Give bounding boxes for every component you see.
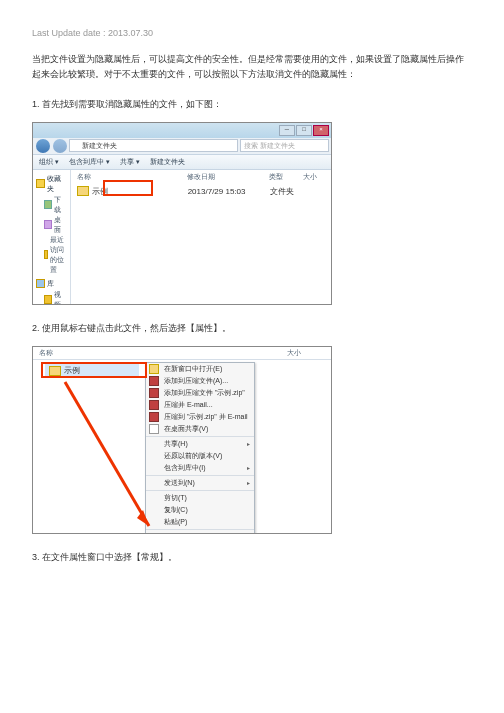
close-button[interactable]: × bbox=[313, 125, 329, 136]
star-icon bbox=[36, 179, 45, 188]
step-2-label: 2. 使用鼠标右键点击此文件，然后选择【属性】。 bbox=[32, 321, 472, 336]
sidebar-item-videos[interactable]: 视频 bbox=[36, 290, 67, 305]
minimize-button[interactable]: ─ bbox=[279, 125, 295, 136]
step-3-label: 3. 在文件属性窗口中选择【常规】。 bbox=[32, 550, 472, 565]
menu-sync-share[interactable]: 在桌面共享(V) bbox=[146, 423, 254, 435]
menu-copy[interactable]: 复制(C) bbox=[146, 504, 254, 516]
menu-email-zip[interactable]: 压缩并 E-mail... bbox=[146, 399, 254, 411]
step-1-label: 1. 首先找到需要取消隐藏属性的文件，如下图： bbox=[32, 97, 472, 112]
sidebar-item-downloads[interactable]: 下载 bbox=[36, 195, 67, 215]
screenshot-context-menu: 名称 大小 示例 在新窗口中打开(E) 添加到压缩文件(A)... 添加到压 bbox=[32, 346, 332, 534]
menu-share[interactable]: 共享(H) bbox=[146, 438, 254, 450]
context-left-pane: 示例 bbox=[33, 360, 145, 534]
document-page: Last Update date : 2013.07.30 当把文件设置为隐藏属… bbox=[0, 0, 504, 713]
update-date: Last Update date : 2013.07.30 bbox=[32, 28, 472, 38]
address-bar-row: 新建文件夹 搜索 新建文件夹 bbox=[33, 138, 331, 155]
menu-create-shortcut[interactable]: 创建快捷方式(S) bbox=[146, 531, 254, 534]
menu-restore-prev[interactable]: 还原以前的版本(V) bbox=[146, 450, 254, 462]
context-menu: 在新窗口中打开(E) 添加到压缩文件(A)... 添加到压缩文件 "示例.zip… bbox=[145, 362, 255, 534]
zip-icon bbox=[149, 400, 159, 410]
share-icon bbox=[149, 424, 159, 434]
highlight-rectangle bbox=[103, 180, 153, 196]
zip-icon bbox=[149, 412, 159, 422]
search-input[interactable]: 搜索 新建文件夹 bbox=[240, 139, 329, 152]
zip-icon bbox=[149, 388, 159, 398]
menu-cut[interactable]: 剪切(T) bbox=[146, 492, 254, 504]
window-titlebar: ─ □ × bbox=[33, 123, 331, 138]
video-icon bbox=[44, 295, 52, 304]
col-size[interactable]: 大小 bbox=[303, 172, 327, 182]
folder-icon bbox=[149, 364, 159, 374]
col-date[interactable]: 修改日期 bbox=[187, 172, 269, 182]
recent-icon bbox=[44, 250, 48, 259]
screenshot-explorer: ─ □ × 新建文件夹 搜索 新建文件夹 组织 ▾ 包含到库中 ▾ 共享 ▾ 新… bbox=[32, 122, 332, 305]
toolbar-include-lib[interactable]: 包含到库中 ▾ bbox=[69, 157, 110, 167]
library-icon bbox=[36, 279, 45, 288]
toolbar-organize[interactable]: 组织 ▾ bbox=[39, 157, 59, 167]
menu-email-zip-named[interactable]: 压缩到 "示例.zip" 并 E-mail bbox=[146, 411, 254, 423]
svg-line-0 bbox=[65, 382, 149, 526]
annotation-arrow bbox=[63, 380, 153, 530]
col-size[interactable]: 大小 bbox=[287, 347, 301, 359]
forward-button[interactable] bbox=[53, 139, 67, 153]
menu-add-zip-named[interactable]: 添加到压缩文件 "示例.zip" bbox=[146, 387, 254, 399]
toolbar-new-folder[interactable]: 新建文件夹 bbox=[150, 157, 185, 167]
folder-icon bbox=[77, 186, 89, 196]
col-type[interactable]: 类型 bbox=[269, 172, 303, 182]
col-name[interactable]: 名称 bbox=[39, 348, 151, 358]
highlight-rectangle-file bbox=[41, 362, 147, 378]
menu-send-to[interactable]: 发送到(N) bbox=[146, 477, 254, 489]
file-type-cell: 文件夹 bbox=[270, 186, 304, 197]
sidebar-item-desktop[interactable]: 桌面 bbox=[36, 215, 67, 235]
sidebar-item-recent[interactable]: 最近访问的位置 bbox=[36, 235, 67, 275]
zip-icon bbox=[149, 376, 159, 386]
menu-include-lib[interactable]: 包含到库中(I) bbox=[146, 462, 254, 474]
menu-add-compressed[interactable]: 添加到压缩文件(A)... bbox=[146, 375, 254, 387]
toolbar-share[interactable]: 共享 ▾ bbox=[120, 157, 140, 167]
menu-open-new-window[interactable]: 在新窗口中打开(E) bbox=[146, 363, 254, 375]
maximize-button[interactable]: □ bbox=[296, 125, 312, 136]
download-icon bbox=[44, 200, 52, 209]
sidebar-libraries[interactable]: 库 bbox=[36, 279, 67, 289]
address-path[interactable]: 新建文件夹 bbox=[69, 139, 238, 152]
desktop-icon bbox=[44, 220, 52, 229]
intro-paragraph: 当把文件设置为隐藏属性后，可以提高文件的安全性。但是经常需要使用的文件，如果设置… bbox=[32, 52, 472, 83]
file-date-cell: 2013/7/29 15:03 bbox=[188, 187, 270, 196]
explorer-toolbar: 组织 ▾ 包含到库中 ▾ 共享 ▾ 新建文件夹 bbox=[33, 155, 331, 170]
explorer-sidebar: 收藏夹 下载 桌面 最近访问的位置 库 视频 图片 文档 音乐 计算机 本地磁盘… bbox=[33, 170, 71, 305]
back-button[interactable] bbox=[36, 139, 50, 153]
menu-paste[interactable]: 粘贴(P) bbox=[146, 516, 254, 528]
sidebar-favorites[interactable]: 收藏夹 bbox=[36, 174, 67, 194]
